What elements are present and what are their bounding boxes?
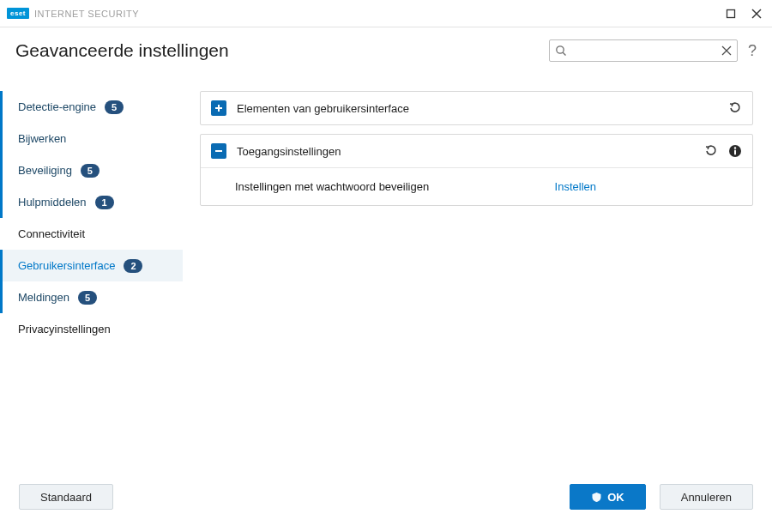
undo-icon <box>728 101 742 115</box>
sidebar-item-label: Privacyinstellingen <box>18 323 111 336</box>
product-name: INTERNET SECURITY <box>34 9 139 19</box>
title-bar: eset INTERNET SECURITY <box>0 0 772 27</box>
sidebar-item-badge: 2 <box>124 259 142 273</box>
panel-toegangsinstellingen: Toegangsinstellingen Instellingen met wa… <box>200 134 753 206</box>
close-icon <box>751 8 763 20</box>
clear-search-button[interactable] <box>721 45 732 56</box>
svg-point-3 <box>557 46 564 53</box>
info-button[interactable] <box>728 144 742 158</box>
undo-icon <box>704 144 718 158</box>
sidebar-item-detectie-engine[interactable]: Detectie-engine 5 <box>0 91 183 123</box>
maximize-icon <box>726 9 736 19</box>
info-icon <box>728 144 742 158</box>
footer: Standaard OK Annuleren <box>0 474 772 520</box>
search-input[interactable] <box>567 45 721 57</box>
minus-icon <box>214 147 223 155</box>
sidebar-item-badge: 5 <box>81 164 100 178</box>
sidebar-item-label: Gebruikersinterface <box>18 259 115 272</box>
svg-rect-0 <box>727 9 735 17</box>
brand-logo-text: eset <box>7 8 29 19</box>
panel-header[interactable]: Toegangsinstellingen <box>201 135 752 167</box>
close-button[interactable] <box>750 7 763 21</box>
panel-actions <box>728 101 742 115</box>
panel-title: Elementen van gebruikersinterface <box>237 102 718 115</box>
sidebar-item-label: Hulpmiddelen <box>18 196 87 209</box>
sidebar-item-label: Detectie-engine <box>18 100 96 113</box>
default-button[interactable]: Standaard <box>19 484 113 510</box>
sidebar-item-beveiliging[interactable]: Beveiliging 5 <box>0 154 183 186</box>
footer-right: OK Annuleren <box>570 484 753 510</box>
svg-point-11 <box>734 147 736 148</box>
panel-body: Instellingen met wachtwoord beveiligen I… <box>201 167 752 205</box>
sidebar-item-badge: 5 <box>78 291 97 305</box>
expand-button[interactable] <box>211 100 226 116</box>
shield-icon <box>591 492 602 503</box>
setting-label: Instellingen met wachtwoord beveiligen <box>235 180 555 193</box>
header: Geavanceerde instellingen ? <box>0 27 772 65</box>
cancel-button[interactable]: Annuleren <box>660 484 753 510</box>
panel-title: Toegangsinstellingen <box>237 145 694 158</box>
brand-logo: eset <box>7 8 29 19</box>
sidebar-item-gebruikersinterface[interactable]: Gebruikersinterface 2 <box>0 250 183 281</box>
undo-button[interactable] <box>704 144 718 158</box>
content: Detectie-engine 5 Bijwerken Beveiliging … <box>0 65 772 474</box>
sidebar-item-label: Beveiliging <box>18 164 72 177</box>
svg-rect-12 <box>734 150 736 155</box>
help-button[interactable]: ? <box>748 42 757 60</box>
sidebar-item-badge: 1 <box>95 196 114 209</box>
sidebar-item-bijwerken[interactable]: Bijwerken <box>0 123 183 154</box>
sidebar-item-meldingen[interactable]: Meldingen 5 <box>0 281 183 313</box>
sidebar-item-label: Bijwerken <box>18 132 66 145</box>
sidebar-item-label: Meldingen <box>18 291 69 304</box>
window-controls <box>724 7 763 21</box>
main-panel: Elementen van gebruikersinterface Toegan… <box>183 65 772 474</box>
search-icon <box>555 45 567 57</box>
page-title: Geavanceerde instellingen <box>15 40 229 61</box>
sidebar-item-hulpmiddelen[interactable]: Hulpmiddelen 1 <box>0 186 183 218</box>
undo-button[interactable] <box>728 101 742 115</box>
panel-header[interactable]: Elementen van gebruikersinterface <box>201 92 752 124</box>
panel-elementen-van-gebruikersinterface: Elementen van gebruikersinterface <box>200 91 753 125</box>
sidebar-item-connectiviteit[interactable]: Connectiviteit <box>0 218 183 250</box>
svg-line-4 <box>563 52 565 55</box>
collapse-button[interactable] <box>211 143 226 159</box>
search-box[interactable] <box>549 39 738 62</box>
ok-button[interactable]: OK <box>570 484 646 510</box>
setting-action-link[interactable]: Instellen <box>555 180 596 193</box>
panel-actions <box>704 144 742 158</box>
title-bar-left: eset INTERNET SECURITY <box>7 8 139 19</box>
sidebar-item-label: Connectiviteit <box>18 227 85 240</box>
clear-icon <box>721 45 732 56</box>
header-right: ? <box>549 39 757 62</box>
sidebar-item-badge: 5 <box>105 100 124 114</box>
maximize-button[interactable] <box>724 7 738 21</box>
ok-button-label: OK <box>607 491 624 504</box>
sidebar-item-privacyinstellingen[interactable]: Privacyinstellingen <box>0 313 183 345</box>
sidebar: Detectie-engine 5 Bijwerken Beveiliging … <box>0 65 183 474</box>
plus-icon <box>214 104 223 112</box>
